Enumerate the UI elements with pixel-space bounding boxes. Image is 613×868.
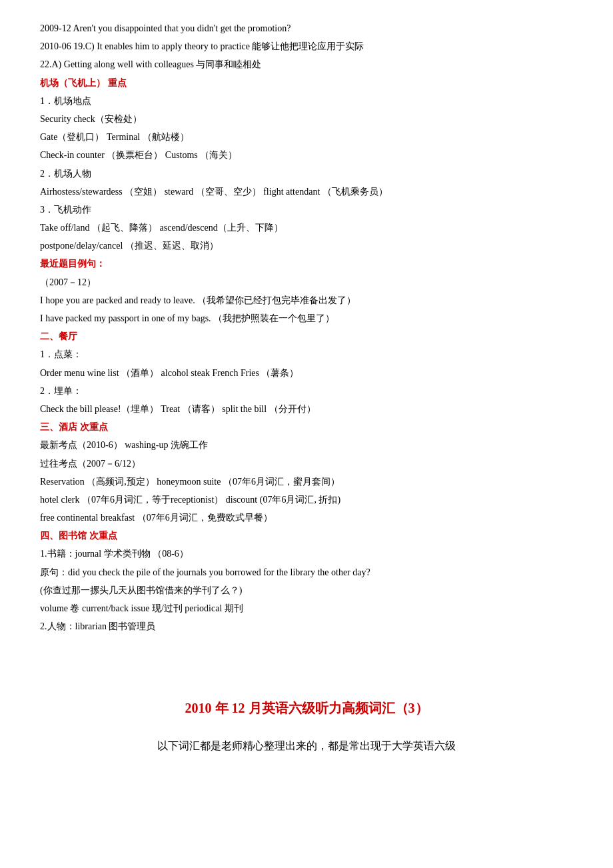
line21: 2．埋单： bbox=[40, 383, 573, 399]
heading-hotel: 三、酒店 次重点 bbox=[40, 419, 573, 435]
line17: I have packed my passport in one of my b… bbox=[40, 310, 573, 327]
line6: Security check（安检处） bbox=[40, 111, 573, 127]
line31: 原句：did you check the pile of the journal… bbox=[40, 564, 573, 581]
heading-airport: 机场（飞机上） 重点 bbox=[40, 75, 573, 91]
big-title: 2010 年 12 月英语六级听力高频词汇（3） bbox=[40, 696, 573, 720]
line15: （2007－12） bbox=[40, 274, 573, 291]
line11: 3．飞机动作 bbox=[40, 201, 573, 218]
line24: 最新考点（2010-6） washing-up 洗碗工作 bbox=[40, 437, 573, 453]
line5: 1．机场地点 bbox=[40, 93, 573, 109]
line30: 1.书籍：journal 学术类刊物 （08-6） bbox=[40, 545, 573, 562]
heading-recent-examples: 最近题目例句： bbox=[40, 255, 573, 272]
line25: 过往考点（2007－6/12） bbox=[40, 455, 573, 472]
line7: Gate（登机口） Terminal （航站楼） bbox=[40, 129, 573, 145]
line19: 1．点菜： bbox=[40, 346, 573, 363]
line20: Order menu wine list （酒单） alcohol steak … bbox=[40, 365, 573, 381]
line34: 2.人物：librarian 图书管理员 bbox=[40, 618, 573, 635]
line16: I hope you are packed and ready to leave… bbox=[40, 292, 573, 309]
line26: Reservation （高频词,预定） honeymoon suite （07… bbox=[40, 473, 573, 490]
line10: Airhostess/stewardess （空姐） steward （空哥、空… bbox=[40, 183, 573, 200]
line1: 2009-12 Aren't you disappointed that you… bbox=[40, 20, 573, 37]
heading-library: 四、图书馆 次重点 bbox=[40, 527, 573, 544]
line12: Take off/land （起飞、降落） ascend/descend（上升、… bbox=[40, 219, 573, 236]
heading-restaurant: 二、餐厅 bbox=[40, 328, 573, 345]
line8: Check-in counter （换票柜台） Customs （海关） bbox=[40, 147, 573, 163]
line33: volume 卷 current/back issue 现/过刊 periodi… bbox=[40, 600, 573, 617]
line2: 2010-06 19.C) It enables him to apply th… bbox=[40, 38, 573, 55]
line3: 22.A) Getting along well with colleagues… bbox=[40, 56, 573, 73]
line13: postpone/delay/cancel （推迟、延迟、取消） bbox=[40, 237, 573, 254]
subtitle: 以下词汇都是老师精心整理出来的，都是常出现于大学英语六级 bbox=[40, 737, 573, 756]
line27: hotel clerk （07年6月词汇，等于receptionist） dis… bbox=[40, 491, 573, 508]
document-body: 2009-12 Aren't you disappointed that you… bbox=[40, 20, 573, 756]
line32: (你查过那一摞头几天从图书馆借来的学刊了么？) bbox=[40, 582, 573, 599]
line28: free continental breakfast （07年6月词汇，免费欧式… bbox=[40, 509, 573, 526]
line9: 2．机场人物 bbox=[40, 165, 573, 182]
line22: Check the bill please!（埋单） Treat （请客） sp… bbox=[40, 401, 573, 417]
